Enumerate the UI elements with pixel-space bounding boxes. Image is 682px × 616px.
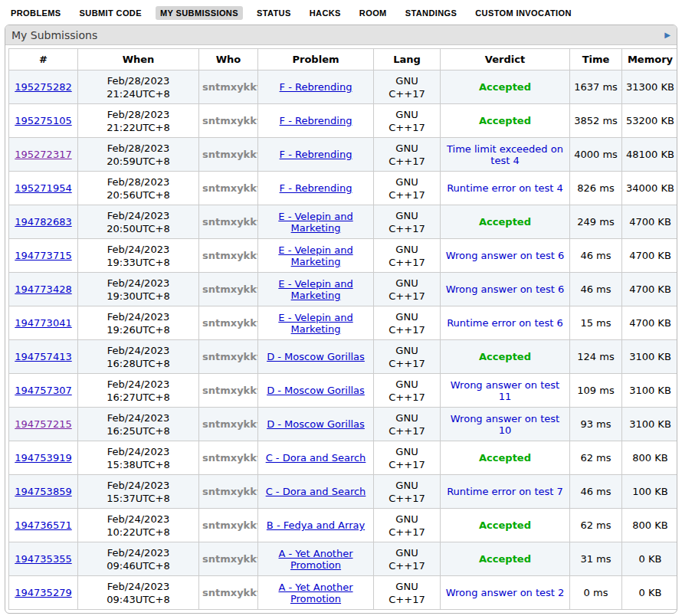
user-link[interactable]: sntmxykky xyxy=(202,149,258,160)
submission-id-link[interactable]: 194736571 xyxy=(15,519,71,531)
problem-link[interactable]: F - Rebrending xyxy=(280,149,352,160)
user-link[interactable]: sntmxykky xyxy=(202,182,258,194)
who-cell: sntmxykky xyxy=(199,138,258,172)
submission-id-cell: 195275282 xyxy=(9,70,78,104)
nav-item-standings[interactable]: STANDINGS xyxy=(401,6,462,20)
lang-cell: GNU C++17 xyxy=(374,273,441,306)
submission-date: Feb/24/2023 xyxy=(81,209,195,222)
submission-row: 194753919Feb/24/202315:38UTC+8sntmxykkyC… xyxy=(9,441,678,475)
submission-row: 194757413Feb/24/202316:28UTC+8sntmxykkyD… xyxy=(9,340,678,374)
problem-link[interactable]: F - Rebrending xyxy=(280,115,352,126)
user-link[interactable]: sntmxykky xyxy=(202,452,258,464)
verdict-cell: Wrong answer on test 11 xyxy=(441,374,570,408)
submission-id-link[interactable]: 194773041 xyxy=(15,317,71,329)
lang-cell: GNU C++17 xyxy=(374,306,441,340)
problem-link[interactable]: E - Velepin and Marketing xyxy=(278,312,352,335)
verdict-text: Wrong answer on test 2 xyxy=(446,587,565,598)
submission-date: Feb/24/2023 xyxy=(81,580,195,593)
submission-date: Feb/28/2023 xyxy=(81,74,195,87)
problem-link[interactable]: D - Moscow Gorillas xyxy=(267,418,365,430)
nav-item-hacks[interactable]: HACKS xyxy=(305,6,346,20)
problem-link[interactable]: E - Velepin and Marketing xyxy=(278,211,352,234)
user-link[interactable]: sntmxykky xyxy=(202,351,258,362)
user-link[interactable]: sntmxykky xyxy=(202,283,258,295)
nav-item-problems[interactable]: PROBLEMS xyxy=(6,6,66,20)
problem-link[interactable]: E - Velepin and Marketing xyxy=(278,244,352,267)
submission-id-link[interactable]: 194735355 xyxy=(15,553,71,565)
user-link[interactable]: sntmxykky xyxy=(202,418,258,430)
user-link[interactable]: sntmxykky xyxy=(202,250,258,261)
nav-item-submit-code[interactable]: SUBMIT CODE xyxy=(75,6,146,20)
problem-cell: A - Yet Another Promotion xyxy=(258,542,374,576)
exec-time-cell: 46 ms xyxy=(570,273,622,306)
problem-link[interactable]: B - Fedya and Array xyxy=(267,519,365,531)
submission-id-cell: 194736571 xyxy=(9,509,78,542)
submission-id-link[interactable]: 194773715 xyxy=(15,250,71,261)
problem-link[interactable]: F - Rebrending xyxy=(280,182,352,194)
language-label: GNU C++17 xyxy=(389,143,425,167)
lang-cell: GNU C++17 xyxy=(374,542,441,576)
problem-link[interactable]: E - Velepin and Marketing xyxy=(278,278,352,301)
problem-cell: F - Rebrending xyxy=(258,172,374,205)
submission-id-link[interactable]: 195271954 xyxy=(15,182,71,194)
problem-link[interactable]: A - Yet Another Promotion xyxy=(278,582,352,605)
user-link[interactable]: sntmxykky xyxy=(202,587,258,598)
verdict-text: Time limit exceeded on test 4 xyxy=(447,143,563,166)
user-link[interactable]: sntmxykky xyxy=(202,486,258,497)
submission-time: 20:59UTC+8 xyxy=(81,155,195,168)
submission-id-link[interactable]: 194757413 xyxy=(15,351,71,362)
who-cell: sntmxykky xyxy=(199,172,258,205)
verdict-text: Runtime error on test 6 xyxy=(447,317,563,329)
problem-link[interactable]: D - Moscow Gorillas xyxy=(267,351,365,362)
user-link[interactable]: sntmxykky xyxy=(202,519,258,531)
submission-row: 194773715Feb/24/202319:33UTC+8sntmxykkyE… xyxy=(9,239,678,273)
submission-date: Feb/24/2023 xyxy=(81,445,195,458)
top-nav: PROBLEMSSUBMIT CODEMY SUBMISSIONSSTATUSH… xyxy=(0,0,682,23)
problem-cell: F - Rebrending xyxy=(258,138,374,172)
submission-id-link[interactable]: 194753859 xyxy=(15,486,71,497)
problem-link[interactable]: A - Yet Another Promotion xyxy=(278,548,352,571)
submission-id-cell: 194757307 xyxy=(9,374,78,408)
submission-time: 15:38UTC+8 xyxy=(81,458,195,471)
submission-id-link[interactable]: 195275282 xyxy=(15,81,71,93)
submission-time: 20:50UTC+8 xyxy=(81,222,195,235)
submission-id-link[interactable]: 194757215 xyxy=(15,418,71,430)
problem-link[interactable]: C - Dora and Search xyxy=(266,452,366,464)
submission-id-link[interactable]: 194735279 xyxy=(15,587,71,598)
submission-date: Feb/24/2023 xyxy=(81,411,195,424)
submission-id-link[interactable]: 194773428 xyxy=(15,283,71,295)
submission-time: 21:24UTC+8 xyxy=(81,87,195,100)
user-link[interactable]: sntmxykky xyxy=(202,317,258,329)
language-label: GNU C++17 xyxy=(389,581,425,605)
submission-time: 10:22UTC+8 xyxy=(81,526,195,539)
problem-link[interactable]: C - Dora and Search xyxy=(266,486,366,497)
verdict-cell: Wrong answer on test 2 xyxy=(441,576,570,610)
collapse-arrow-icon[interactable]: ▶ xyxy=(664,31,671,39)
submission-time: 16:25UTC+8 xyxy=(81,424,195,437)
nav-item-my-submissions[interactable]: MY SUBMISSIONS xyxy=(156,6,243,20)
verdict-cell: Wrong answer on test 6 xyxy=(441,273,570,306)
submission-id-link[interactable]: 195275105 xyxy=(15,115,71,126)
submission-id-link[interactable]: 194782683 xyxy=(15,216,71,228)
lang-cell: GNU C++17 xyxy=(374,205,441,239)
submission-id-link[interactable]: 194753919 xyxy=(15,452,71,464)
when-cell: Feb/28/202321:24UTC+8 xyxy=(78,70,199,104)
problem-link[interactable]: F - Rebrending xyxy=(280,81,352,93)
who-cell: sntmxykky xyxy=(199,205,258,239)
nav-item-status[interactable]: STATUS xyxy=(252,6,296,20)
user-link[interactable]: sntmxykky xyxy=(202,115,258,126)
user-link[interactable]: sntmxykky xyxy=(202,553,258,565)
user-link[interactable]: sntmxykky xyxy=(202,216,258,228)
language-label: GNU C++17 xyxy=(389,412,425,437)
nav-item-custom-invocation[interactable]: CUSTOM INVOCATION xyxy=(471,6,576,20)
user-link[interactable]: sntmxykky xyxy=(202,385,258,396)
submissions-table: #WhenWhoProblemLangVerdictTimeMemory 195… xyxy=(8,48,677,610)
user-link[interactable]: sntmxykky xyxy=(202,81,258,93)
submission-id-link[interactable]: 194757307 xyxy=(15,385,71,396)
problem-link[interactable]: D - Moscow Gorillas xyxy=(267,385,365,396)
submission-id-link[interactable]: 195272317 xyxy=(15,149,71,160)
nav-item-room[interactable]: ROOM xyxy=(355,6,392,20)
submission-time: 20:56UTC+8 xyxy=(81,188,195,202)
submission-row: 195275105Feb/28/202321:22UTC+8sntmxykkyF… xyxy=(9,104,678,138)
submission-date: Feb/24/2023 xyxy=(81,513,195,526)
